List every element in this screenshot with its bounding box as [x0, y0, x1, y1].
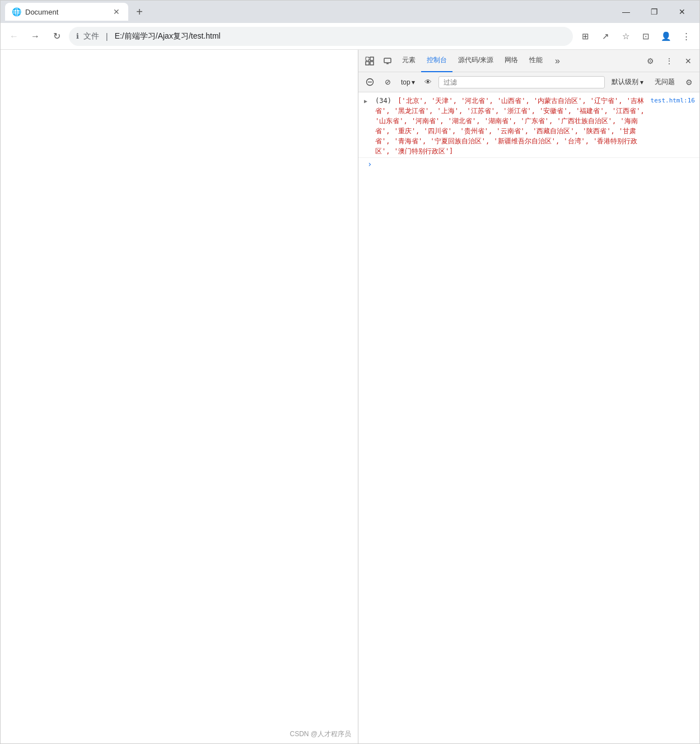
share-button[interactable]: ↗	[596, 27, 614, 45]
watermark-text: CSDN @人才程序员	[290, 729, 351, 739]
navigation-bar: ← → ↻ ℹ 文件 | E:/前端学习/Ajax复习/test.html ⊞ …	[1, 23, 699, 50]
tab-favicon-icon: 🌐	[12, 7, 21, 16]
console-entry-content: (34) ['北京', '天津', '河北省', '山西省', '内蒙古自治区'…	[375, 96, 695, 156]
devtools-close-button[interactable]: ✕	[679, 52, 697, 70]
devtools-more-button[interactable]: ⋮	[660, 52, 678, 70]
address-path: E:/前端学习/Ajax复习/test.html	[115, 31, 221, 41]
devtools-panel: 元素 控制台 源代码/来源 网络 性能 » ⚙ ⋮	[358, 50, 699, 743]
back-button[interactable]: ←	[5, 27, 23, 45]
svg-rect-1	[370, 57, 374, 60]
address-bar[interactable]: ℹ 文件 | E:/前端学习/Ajax复习/test.html	[69, 27, 573, 46]
tab-bar: 🌐 Document ✕ +	[5, 2, 611, 22]
close-button[interactable]: ✕	[669, 3, 695, 20]
split-button[interactable]: ⊡	[637, 27, 655, 45]
tab-source[interactable]: 源代码/来源	[452, 50, 499, 72]
top-context-dropdown[interactable]: top ▾	[398, 77, 418, 87]
devtools-right-icons: ⚙ ⋮ ✕	[641, 52, 697, 70]
default-level-dropdown[interactable]: 默认级别 ▾	[607, 76, 648, 88]
bookmark-button[interactable]: ☆	[617, 27, 634, 45]
more-tools-button[interactable]: »	[548, 52, 566, 70]
nav-icon-group: ⊞ ↗ ☆ ⊡ 👤 ⋮	[576, 27, 695, 45]
page-content: CSDN @人才程序员	[1, 50, 358, 743]
minimize-button[interactable]: —	[613, 3, 639, 20]
forward-button[interactable]: →	[26, 27, 44, 45]
address-separator: |	[106, 32, 108, 41]
translate-button[interactable]: ⊞	[576, 27, 594, 45]
browser-window: 🌐 Document ✕ + — ❐ ✕ ← → ↻ ℹ 文件 | E:/前端学…	[0, 0, 700, 744]
array-count-label: (34)	[375, 97, 391, 105]
svg-rect-3	[370, 62, 374, 65]
tab-console[interactable]: 控制台	[421, 50, 452, 72]
console-settings-button[interactable]: ⚙	[682, 75, 696, 90]
eye-button[interactable]: 👁	[421, 74, 436, 90]
more-button[interactable]: ⋮	[677, 27, 695, 45]
svg-rect-0	[366, 57, 369, 60]
devtools-toolbar: 元素 控制台 源代码/来源 网络 性能 » ⚙ ⋮	[358, 50, 699, 72]
no-issues-button[interactable]: 无问题	[650, 76, 679, 88]
inspect-element-button[interactable]	[361, 52, 379, 70]
tab-performance[interactable]: 性能	[524, 50, 548, 72]
title-bar: 🌐 Document ✕ + — ❐ ✕	[1, 1, 699, 23]
array-content-text: ['北京', '天津', '河北省', '山西省', '内蒙古自治区', '辽宁…	[375, 97, 645, 155]
devtools-settings-button[interactable]: ⚙	[641, 52, 659, 70]
svg-rect-4	[384, 58, 391, 63]
console-toolbar: ⊘ top ▾ 👁 默认级别 ▾ 无问题 ⚙	[358, 72, 699, 92]
tab-network[interactable]: 网络	[499, 50, 524, 72]
dropdown-arrow-icon: ▾	[412, 78, 415, 86]
top-label: top	[401, 78, 410, 86]
source-link[interactable]: test.html:16	[651, 96, 695, 156]
tab-elements[interactable]: 元素	[396, 50, 421, 72]
svg-rect-2	[366, 62, 369, 65]
console-entry-expand-row: ›	[358, 158, 699, 170]
console-text-block: (34) ['北京', '天津', '河北省', '山西省', '内蒙古自治区'…	[375, 96, 651, 156]
expand-chevron-icon[interactable]: ›	[367, 159, 372, 169]
security-icon: ℹ	[76, 32, 79, 40]
window-controls: — ❐ ✕	[613, 3, 695, 20]
tab-title: Document	[25, 8, 107, 16]
block-icon-button[interactable]: ⊘	[380, 74, 395, 90]
console-output: ▶ (34) ['北京', '天津', '河北省', '山西省', '内蒙古自治…	[358, 92, 699, 743]
new-tab-button[interactable]: +	[130, 3, 148, 21]
device-toggle-button[interactable]	[379, 52, 396, 70]
browser-tab-active[interactable]: 🌐 Document ✕	[5, 3, 128, 21]
filter-input[interactable]	[438, 76, 605, 88]
profile-button[interactable]: 👤	[657, 27, 675, 45]
console-entry-array: ▶ (34) ['北京', '天津', '河北省', '山西省', '内蒙古自治…	[358, 95, 699, 158]
tab-close-button[interactable]: ✕	[111, 7, 122, 17]
address-file-label: 文件	[83, 31, 99, 41]
svg-rect-5	[386, 63, 389, 64]
expand-arrow-icon[interactable]: ▶	[364, 96, 367, 106]
content-area: CSDN @人才程序员	[1, 50, 699, 743]
maximize-button[interactable]: ❐	[641, 3, 667, 20]
reload-button[interactable]: ↻	[48, 27, 66, 45]
clear-console-button[interactable]	[362, 74, 377, 90]
console-row-top: (34) ['北京', '天津', '河北省', '山西省', '内蒙古自治区'…	[375, 96, 695, 156]
